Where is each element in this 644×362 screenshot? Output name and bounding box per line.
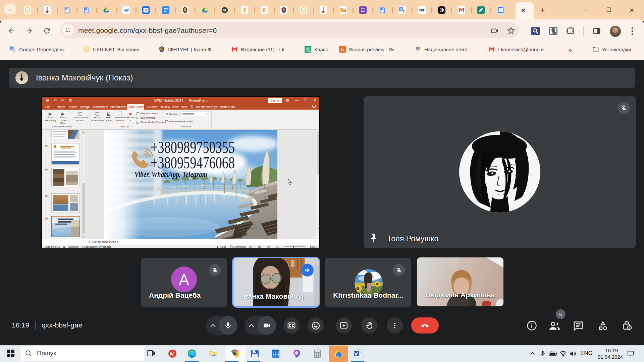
- svg-text:PKP: PKP: [419, 9, 425, 12]
- svg-text:G: G: [400, 8, 402, 11]
- svg-text:2: 2: [344, 10, 345, 13]
- svg-text:UN: UN: [85, 48, 89, 51]
- svg-text:UN: UN: [302, 9, 306, 12]
- svg-text:UN: UN: [25, 9, 30, 12]
- svg-text:21: 21: [144, 9, 148, 12]
- svg-text:G: G: [10, 47, 12, 50]
- svg-text:SC: SC: [340, 48, 345, 51]
- svg-text:1: 1: [500, 9, 502, 12]
